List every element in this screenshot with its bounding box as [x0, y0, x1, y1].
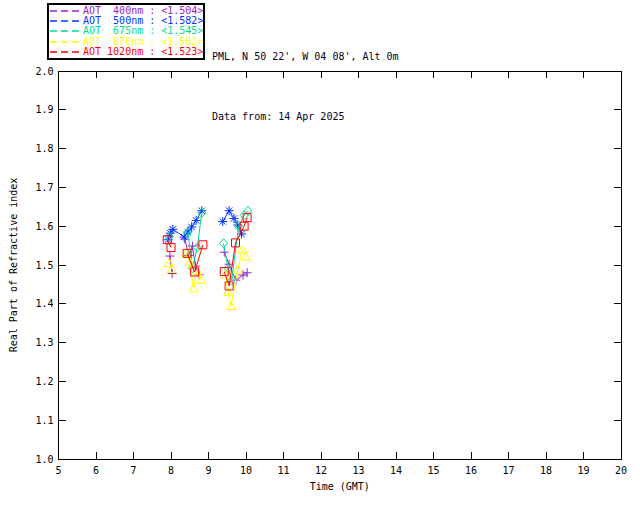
data-point-marker — [218, 217, 227, 226]
legend-box: AOT 400nm : <1.504>AOT 500nm : <1.582>AO… — [47, 3, 205, 60]
x-tick-label: 16 — [465, 465, 477, 476]
data-point-marker — [192, 216, 201, 225]
legend-item-label: AOT 675nm : <1.545> — [83, 26, 203, 36]
legend-item-1020nm: AOT 1020nm : <1.523> — [49, 47, 203, 57]
y-tick-label: 1.0 — [35, 454, 53, 465]
x-tick-label: 10 — [240, 465, 252, 476]
x-tick-label: 17 — [502, 465, 514, 476]
y-tick-label: 1.1 — [35, 415, 53, 426]
legend-dash-line — [49, 37, 83, 47]
y-axis-title: Real Part of Refractive index — [8, 178, 19, 353]
legend-dash-line — [49, 47, 83, 57]
y-tick-label: 1.5 — [35, 260, 53, 271]
y-tick-label: 2.0 — [35, 66, 53, 77]
x-tick-label: 11 — [277, 465, 289, 476]
data-series-aot-400nm — [165, 235, 251, 285]
y-tick-label: 1.3 — [35, 337, 53, 348]
data-date: Data from: 14 Apr 2025 — [212, 107, 399, 127]
data-point-marker — [225, 206, 234, 215]
data-point-marker — [180, 233, 189, 242]
x-tick-label: 7 — [130, 465, 136, 476]
y-tick-label: 1.6 — [35, 221, 53, 232]
x-tick-label: 18 — [540, 465, 552, 476]
x-tick-label: 20 — [615, 465, 627, 476]
x-tick-label: 12 — [315, 465, 327, 476]
data-series-aot-870nm — [165, 245, 251, 310]
legend-dash-line — [49, 26, 83, 36]
x-tick-label: 15 — [427, 465, 439, 476]
legend-dash-line — [49, 16, 83, 26]
x-tick-label: 5 — [55, 465, 61, 476]
site-info: PML, N 50 22', W 04 08', Alt 0m — [212, 47, 399, 67]
x-tick-label: 14 — [390, 465, 402, 476]
y-tick-label: 1.8 — [35, 143, 53, 154]
y-tick-label: 1.2 — [35, 376, 53, 387]
plot-header: PML, N 50 22', W 04 08', Alt 0m Data fro… — [212, 7, 399, 167]
data-point-marker — [239, 271, 248, 280]
plot-window: 5678910111213141516171819201.01.11.21.31… — [0, 0, 640, 512]
y-tick-label: 1.7 — [35, 182, 53, 193]
legend-item-675nm: AOT 675nm : <1.545> — [49, 26, 203, 36]
x-tick-label: 9 — [205, 465, 211, 476]
y-tick-label: 1.4 — [35, 298, 53, 309]
data-point-marker — [168, 225, 177, 234]
x-tick-label: 8 — [168, 465, 174, 476]
x-tick-label: 13 — [352, 465, 364, 476]
x-tick-label: 6 — [93, 465, 99, 476]
data-point-marker — [187, 222, 196, 231]
legend-item-label: AOT 1020nm : <1.523> — [83, 47, 203, 57]
data-point-marker — [243, 268, 252, 277]
legend-dash-line — [49, 6, 83, 16]
y-tick-label: 1.9 — [35, 104, 53, 115]
x-axis-title: Time (GMT) — [310, 481, 370, 492]
x-tick-label: 19 — [577, 465, 589, 476]
data-point-marker — [230, 214, 239, 223]
